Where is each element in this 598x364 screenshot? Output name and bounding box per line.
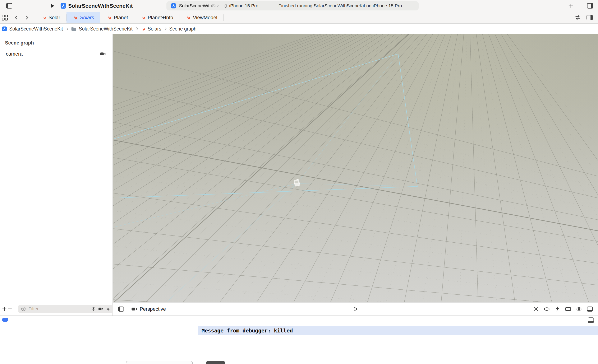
breadcrumb-item-file[interactable]: Solars: [141, 26, 161, 32]
swift-file-icon: [185, 15, 191, 20]
lighting-icon[interactable]: [533, 306, 539, 312]
video-camera-icon: [131, 306, 137, 312]
tab-bar-right-controls: [575, 14, 593, 21]
debug-pane-divider[interactable]: [198, 316, 198, 364]
breadcrumb-item-project[interactable]: SolarSceneWithSceneKit: [2, 26, 63, 32]
filter-input[interactable]: [28, 306, 89, 312]
partial-control-dark: [206, 361, 225, 364]
window-title: SolarSceneWithSceneKit: [68, 3, 133, 9]
tab-planet[interactable]: Planet: [100, 12, 134, 24]
visibility-eye-icon[interactable]: [576, 306, 582, 312]
toggle-scene-graph-icon[interactable]: [118, 306, 124, 312]
scene-editor-viewport: Perspective: [113, 34, 598, 315]
folder-icon: [71, 26, 77, 32]
toggle-inspector-sidebar-icon[interactable]: [587, 2, 593, 9]
scene-node-camera[interactable]: camera: [0, 49, 113, 58]
partial-control-light: [126, 361, 193, 364]
scene-graph-list: camera: [0, 49, 113, 58]
viewport-3d-canvas[interactable]: [113, 34, 598, 302]
debug-memory-gauge[interactable]: [2, 318, 8, 322]
scene-graph-toolbar: [0, 302, 113, 315]
project-app-icon: [2, 26, 7, 32]
project-app-icon: [60, 3, 66, 9]
tab-viewmodel[interactable]: ViewModel: [179, 12, 223, 24]
breadcrumb-separator-icon: [66, 27, 68, 30]
debug-area: Message from debugger: killed: [0, 315, 598, 364]
scene-graph-header: Scene graph: [5, 40, 113, 46]
tab-solar[interactable]: Solar: [35, 12, 66, 24]
editor-tab-bar: Solar Solars Planet Planet+Info ViewMode…: [0, 12, 598, 24]
chevron-right-icon: [216, 4, 220, 8]
toggle-console-icon[interactable]: [588, 317, 594, 324]
go-back-icon[interactable]: [13, 15, 19, 20]
breadcrumb: SolarSceneWithSceneKit SolarSceneWithSce…: [0, 24, 598, 34]
breadcrumb-separator-icon: [135, 27, 138, 30]
add-button[interactable]: [568, 3, 574, 9]
render-frame-icon[interactable]: [565, 306, 571, 312]
breadcrumb-item-scene-graph[interactable]: Scene graph: [169, 26, 196, 32]
add-node-button[interactable]: [2, 305, 7, 313]
scheme-name[interactable]: SolarSceneWithSceneKit: [179, 3, 216, 8]
filter-icon: [21, 306, 26, 311]
camera-selector[interactable]: Perspective: [131, 306, 166, 312]
console-output-line: Message from debugger: killed: [198, 326, 598, 335]
video-camera-icon: [100, 51, 106, 57]
breadcrumb-separator-icon: [164, 27, 167, 30]
viewport-toolbar: Perspective: [113, 302, 598, 315]
tab-solars-active[interactable]: Solars: [66, 12, 100, 24]
camera-frustum-lines: [113, 54, 417, 302]
console-message: Message from debugger: killed: [198, 328, 293, 334]
tab-bar-left-controls: [2, 14, 30, 21]
camera-mode-label: Perspective: [140, 306, 166, 312]
titlebar: SolarSceneWithSceneKit SolarSceneWithSce…: [0, 0, 598, 12]
light-filter-icon[interactable]: [91, 307, 96, 311]
open-quickly-grid-icon[interactable]: [2, 14, 8, 21]
editor-options-icon[interactable]: [586, 14, 593, 21]
activity-status-pill: SolarSceneWithSceneKit iPhone 15 Pro Fin…: [166, 1, 419, 10]
iphone-device-icon: [224, 3, 227, 9]
swift-file-icon: [41, 15, 46, 20]
project-app-icon-small: [171, 3, 176, 9]
viewport-display-options: [533, 306, 593, 312]
swift-file-icon: [106, 15, 112, 20]
scene-graph-panel: Scene graph camera: [0, 34, 113, 315]
breadcrumb-item-group[interactable]: SolarSceneWithSceneKit: [71, 26, 133, 32]
filter-field: [18, 305, 121, 313]
toggle-navigator-sidebar-icon[interactable]: [6, 2, 13, 9]
related-items-swap-icon[interactable]: [575, 14, 581, 21]
run-destination[interactable]: iPhone 15 Pro: [229, 3, 258, 8]
play-scene-button[interactable]: [352, 306, 359, 312]
tab-separator: [223, 14, 224, 21]
remove-node-button[interactable]: [7, 305, 13, 313]
swift-file-icon: [72, 15, 78, 20]
fog-oval-icon[interactable]: [544, 306, 550, 312]
skeleton-figure-icon[interactable]: [555, 306, 560, 312]
utilities-panel-icon[interactable]: [587, 306, 593, 312]
viewport-grid: [113, 34, 598, 302]
go-forward-icon[interactable]: [24, 15, 30, 20]
emitter-filter-icon[interactable]: [106, 307, 110, 311]
swift-file-icon: [140, 15, 146, 20]
activity-message: Finished running SolarSceneWithSceneKit …: [278, 3, 402, 8]
xcode-window: SolarSceneWithSceneKit SolarSceneWithSce…: [0, 0, 598, 364]
tab-planet-info[interactable]: Planet+Info: [134, 12, 179, 24]
run-button[interactable]: [50, 3, 55, 8]
camera-filter-icon[interactable]: [98, 306, 103, 311]
swift-file-icon: [141, 26, 146, 31]
